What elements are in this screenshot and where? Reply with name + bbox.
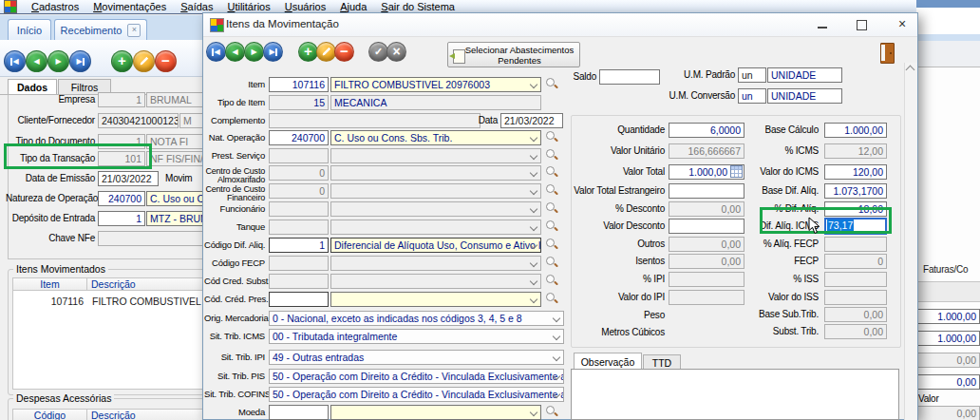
observacao-textarea[interactable]: [571, 369, 899, 420]
tab-recebimento[interactable]: Recebimento ×: [54, 19, 147, 40]
tipo-item-desc-field[interactable]: MECANICA: [330, 95, 541, 110]
um-padrao-desc-field[interactable]: UNIDADE: [767, 67, 842, 83]
nat-operacao-code-field[interactable]: 240700: [269, 130, 329, 145]
funcionario-code-field[interactable]: [269, 201, 329, 217]
um-padrao-code-field[interactable]: un: [738, 67, 766, 83]
codigo-dif-aliq-search-icon[interactable]: [546, 239, 558, 251]
data-field[interactable]: 21/03/2022: [500, 113, 563, 128]
cod-cred-subst-combo[interactable]: [330, 274, 541, 289]
item-combo[interactable]: FILTRO COMBUSTIVEL 20976003: [330, 77, 541, 92]
moeda-search-icon[interactable]: [546, 406, 558, 418]
tab-ttd[interactable]: TTD: [643, 354, 681, 370]
tipo-transacao-desc-field[interactable]: NF FIS/FIN/AL: [146, 151, 209, 166]
cod-cred-pres-code-field[interactable]: [269, 292, 329, 307]
chevron-down-icon[interactable]: [530, 223, 537, 231]
cod-cred-pres-combo[interactable]: [330, 292, 541, 307]
orig-mercadoria-select[interactable]: 0 - Nacional, exceto as indicadas nos có…: [269, 311, 564, 326]
dlg-nav-next-button[interactable]: ▶: [244, 42, 264, 62]
menu-movimentacoes[interactable]: Movimentações: [93, 1, 166, 12]
cc-financeiro-combo[interactable]: [330, 183, 541, 199]
chevron-down-icon[interactable]: [530, 409, 537, 416]
funcionario-search-icon[interactable]: [546, 202, 558, 215]
um-conversao-desc-field[interactable]: UNIDADE: [767, 88, 842, 104]
chevron-down-icon[interactable]: [530, 134, 537, 142]
chevron-down-icon[interactable]: [530, 169, 537, 177]
delete-button[interactable]: −: [155, 50, 177, 72]
chevron-down-icon[interactable]: [530, 187, 537, 195]
chevron-down-icon[interactable]: [553, 333, 560, 340]
empresa-desc-field[interactable]: BRUMAL: [146, 92, 209, 107]
selecionar-abastecimentos-button[interactable]: Selecionar Abastecimentos Pendentes: [447, 42, 580, 67]
tab-inicio[interactable]: Início: [8, 19, 51, 40]
column-header-item[interactable]: Item: [12, 277, 87, 291]
chevron-down-icon[interactable]: [530, 259, 537, 267]
nav-last-button[interactable]: ▶: [69, 50, 91, 72]
codigo-fecp-search-icon[interactable]: [546, 257, 558, 269]
sit-trib-pis-select[interactable]: 50 - Operação com Direito a Crédito - Vi…: [269, 369, 564, 384]
chevron-down-icon[interactable]: [530, 296, 537, 303]
tanque-code-field[interactable]: [269, 220, 329, 235]
dlg-nav-first-button[interactable]: ◀: [206, 42, 226, 62]
tipo-documento-desc-field[interactable]: NOTA FI: [146, 134, 209, 149]
chevron-down-icon[interactable]: [553, 353, 560, 361]
cliente-code-field[interactable]: 24030421000123: [98, 113, 179, 128]
deposito-desc-field[interactable]: MTZ - BRUMA: [146, 211, 209, 226]
maximize-icon[interactable]: [857, 20, 867, 30]
close-icon[interactable]: ×: [895, 15, 909, 32]
base-calculo-field[interactable]: 1.000,00: [824, 123, 887, 138]
subst-trib-field[interactable]: 0,00: [824, 324, 887, 339]
dlg-add-button[interactable]: +: [298, 42, 318, 62]
edit-button[interactable]: [133, 50, 155, 72]
tab-observacao[interactable]: Observação: [574, 353, 642, 370]
menu-utilitarios[interactable]: Utilitários: [227, 1, 270, 12]
menu-sair[interactable]: Sair do Sistema: [381, 1, 455, 12]
nat-operacao-search-icon[interactable]: [546, 131, 558, 143]
dialog-title-bar[interactable]: Itens da Movimentação ×: [203, 13, 917, 37]
cc-financeiro-search-icon[interactable]: [546, 184, 558, 197]
chevron-down-icon[interactable]: [530, 81, 537, 88]
cod-cred-subst-search-icon[interactable]: [546, 275, 558, 287]
dlg-nav-prev-button[interactable]: ◀: [225, 42, 245, 62]
codigo-fecp-code-field[interactable]: [269, 256, 329, 271]
natureza-desc-field[interactable]: C. Uso ou C: [146, 191, 209, 206]
chevron-down-icon[interactable]: [553, 315, 560, 322]
base-sub-trib-field[interactable]: 0,00: [824, 307, 887, 322]
chevron-down-icon[interactable]: [530, 277, 537, 285]
pct-iss-field[interactable]: [824, 272, 887, 287]
prest-servico-combo[interactable]: [330, 148, 541, 163]
funcionario-combo[interactable]: [330, 201, 541, 217]
faturas-value-4[interactable]: 0,00: [917, 374, 980, 390]
pct-icms-field[interactable]: 12,00: [824, 143, 887, 159]
add-button[interactable]: +: [111, 50, 133, 72]
cod-cred-pres-search-icon[interactable]: [546, 293, 558, 305]
sit-trib-icms-select[interactable]: 00 - Tributada integralmente: [269, 329, 564, 344]
moeda-code-field[interactable]: [269, 405, 329, 420]
tipo-item-code-field[interactable]: 15: [269, 95, 329, 110]
menu-saidas[interactable]: Saídas: [180, 1, 213, 12]
tab-dados[interactable]: Dados: [8, 79, 57, 95]
deposito-code-field[interactable]: 1: [98, 211, 145, 226]
item-code-field[interactable]: 107116: [269, 77, 329, 92]
dlg-cancel-button[interactable]: ×: [386, 42, 406, 62]
dlg-confirm-button[interactable]: ✓: [368, 42, 388, 62]
codigo-fecp-combo[interactable]: [330, 256, 541, 271]
pct-aliq-fecp-field[interactable]: [824, 237, 887, 252]
dlg-nav-last-button[interactable]: ▶: [263, 42, 283, 62]
item-cell[interactable]: 107116: [16, 296, 84, 307]
faturas-value-3[interactable]: 0,00: [917, 353, 980, 368]
menu-cadastros[interactable]: Cadastros: [31, 1, 79, 12]
dlg-edit-button[interactable]: [316, 42, 336, 62]
dialog-scrollbar[interactable]: [904, 63, 917, 420]
sit-trib-ipi-select[interactable]: 49 - Outras entradas: [269, 350, 564, 365]
exit-door-icon[interactable]: [880, 43, 895, 64]
menu-ajuda[interactable]: Ajuda: [340, 1, 367, 12]
codigo-dif-aliq-code-field[interactable]: 1: [269, 238, 329, 253]
minimize-icon[interactable]: [818, 27, 827, 29]
cc-almoxarifado-combo[interactable]: [330, 165, 541, 181]
sit-trib-cofins-select[interactable]: 50 - Operação com Direito a Crédito - Vi…: [269, 387, 564, 402]
valor-icms-field[interactable]: 120,00: [824, 164, 887, 180]
cc-almoxarifado-search-icon[interactable]: [546, 166, 558, 179]
prest-servico-search-icon[interactable]: [546, 149, 558, 162]
chave-nfe-field[interactable]: [98, 231, 209, 246]
scroll-up-icon[interactable]: [906, 66, 915, 75]
